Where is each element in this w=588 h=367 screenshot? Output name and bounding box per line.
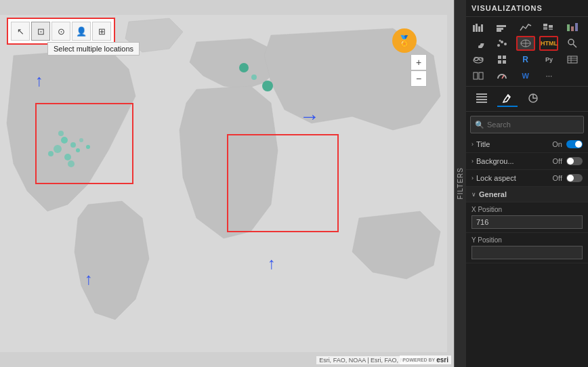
- svg-point-7: [79, 138, 83, 142]
- visualizations-header: VISUALIZATIONS: [466, 0, 588, 17]
- arrow-right-large: →: [299, 105, 320, 128]
- tab-icons: [466, 87, 588, 112]
- viz-scatter[interactable]: [492, 36, 511, 51]
- svg-rect-26: [571, 26, 574, 31]
- svg-rect-50: [479, 72, 483, 79]
- right-panel: VISUALIZATIONS HTML: [466, 0, 588, 367]
- tab-fields[interactable]: [471, 91, 492, 107]
- format-background-row[interactable]: › Backgrou... Off: [466, 153, 588, 170]
- svg-line-37: [573, 44, 576, 47]
- title-format-label: Title: [476, 140, 552, 148]
- svg-point-12: [262, 81, 273, 91]
- viz-search[interactable]: [563, 36, 582, 51]
- viz-more[interactable]: ···: [539, 68, 558, 83]
- svg-rect-44: [503, 60, 506, 64]
- viz-gauge[interactable]: [492, 68, 511, 83]
- viz-python[interactable]: Py: [539, 52, 558, 67]
- viz-word[interactable]: W: [516, 68, 535, 83]
- viz-cards[interactable]: [469, 68, 488, 83]
- svg-point-11: [239, 63, 249, 72]
- frame-tool[interactable]: ⊞: [92, 22, 111, 41]
- select-tool[interactable]: ↖: [11, 22, 30, 41]
- x-position-group: X Position: [466, 202, 588, 233]
- viz-r[interactable]: R: [516, 52, 535, 67]
- svg-point-3: [54, 145, 62, 153]
- svg-rect-52: [476, 93, 487, 95]
- chevron-background: ›: [471, 158, 474, 165]
- svg-rect-24: [549, 28, 553, 30]
- svg-point-31: [504, 43, 507, 45]
- zoom-out-button[interactable]: −: [411, 70, 427, 87]
- x-position-input[interactable]: [471, 215, 583, 229]
- svg-rect-27: [575, 23, 578, 31]
- chevron-title: ›: [471, 141, 474, 148]
- select-multiple-tool[interactable]: ⊡: [31, 22, 50, 41]
- viz-column-chart[interactable]: [492, 20, 511, 35]
- svg-point-29: [497, 44, 500, 47]
- world-map-svg: [0, 15, 447, 367]
- svg-rect-45: [568, 56, 577, 63]
- svg-point-28: [474, 39, 482, 47]
- achievement-badge[interactable]: 🏅: [392, 28, 417, 53]
- y-position-input[interactable]: [471, 246, 583, 259]
- map-toolbar: ↖ ⊡ ⊙ 👤 ⊞: [7, 18, 115, 45]
- viz-bar-chart[interactable]: [469, 20, 488, 35]
- svg-rect-18: [497, 28, 503, 30]
- svg-line-51: [502, 75, 504, 79]
- viz-area-chart[interactable]: [516, 20, 535, 35]
- viz-map[interactable]: [516, 36, 535, 51]
- viz-pie-chart[interactable]: [469, 36, 488, 51]
- tooltip: Select multiple locations: [47, 42, 140, 56]
- search-input[interactable]: [487, 121, 579, 129]
- svg-rect-41: [498, 56, 501, 59]
- svg-rect-14: [473, 25, 475, 32]
- viz-grid-icon[interactable]: [492, 52, 511, 67]
- title-toggle[interactable]: [566, 140, 583, 148]
- viz-html[interactable]: HTML: [539, 36, 558, 51]
- search-icon: 🔍: [475, 121, 484, 129]
- filters-strip[interactable]: FILTERS: [454, 0, 466, 367]
- chevron-lockaspect: ›: [471, 175, 474, 181]
- svg-point-32: [499, 40, 501, 42]
- svg-point-36: [568, 39, 574, 45]
- svg-point-5: [64, 154, 71, 160]
- svg-point-8: [48, 151, 54, 156]
- svg-rect-53: [476, 96, 487, 98]
- general-section-label: General: [479, 190, 507, 198]
- svg-rect-15: [476, 24, 478, 32]
- tab-analytics[interactable]: [523, 91, 543, 107]
- viz-cloud[interactable]: [469, 52, 488, 67]
- svg-rect-22: [543, 27, 547, 30]
- viz-table[interactable]: [563, 52, 582, 67]
- tab-format[interactable]: [497, 91, 518, 107]
- lasso-tool[interactable]: ⊙: [51, 22, 70, 41]
- filters-label: FILTERS: [457, 167, 464, 199]
- general-section-header[interactable]: ∨ General: [466, 187, 588, 202]
- svg-rect-43: [498, 60, 501, 64]
- location-tool[interactable]: 👤: [72, 22, 91, 41]
- format-title-row[interactable]: › Title On: [466, 136, 588, 153]
- svg-rect-25: [567, 24, 570, 31]
- format-lockaspect-row[interactable]: › Lock aspect Off: [466, 170, 588, 187]
- zoom-in-button[interactable]: +: [411, 54, 427, 70]
- svg-rect-49: [474, 72, 478, 79]
- lockaspect-toggle[interactable]: [566, 174, 583, 182]
- esri-logo: POWERED BY esri: [400, 355, 451, 364]
- svg-point-13: [251, 74, 257, 80]
- background-format-value: Off: [553, 157, 562, 165]
- svg-point-2: [70, 142, 76, 148]
- arrow-europe: ↑: [268, 254, 276, 273]
- lockaspect-format-label: Lock aspect: [476, 174, 553, 182]
- svg-point-9: [68, 160, 75, 167]
- svg-point-30: [501, 41, 503, 43]
- map-area: City ⊿ ⋯: [0, 0, 454, 367]
- lockaspect-format-value: Off: [553, 174, 562, 182]
- svg-rect-20: [497, 30, 501, 32]
- background-toggle[interactable]: [566, 157, 583, 165]
- search-bar[interactable]: 🔍: [470, 116, 584, 133]
- viz-empty: [563, 68, 582, 83]
- viz-stacked-chart[interactable]: [539, 20, 558, 35]
- viz-line-chart[interactable]: [563, 20, 582, 35]
- svg-rect-42: [503, 56, 506, 59]
- zoom-controls: + −: [411, 54, 427, 87]
